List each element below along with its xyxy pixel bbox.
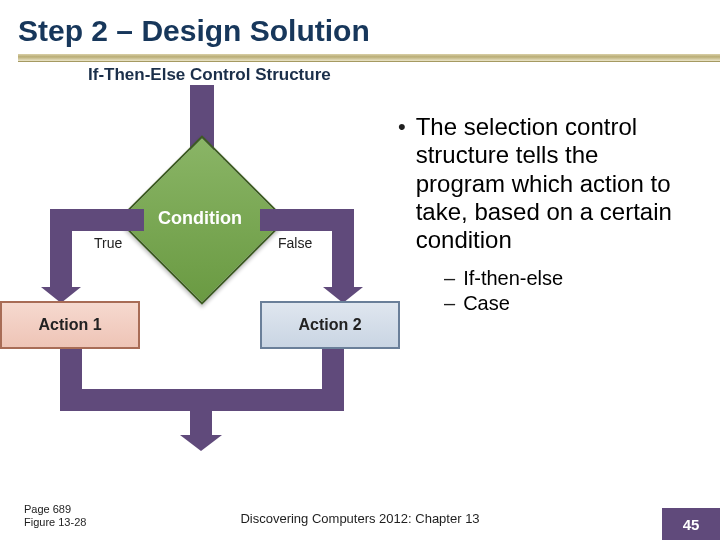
slide-title: Step 2 – Design Solution — [0, 0, 720, 54]
action1-box: Action 1 — [0, 301, 140, 349]
sub-item: – Case — [444, 292, 692, 315]
merge-horizontal-icon — [60, 389, 344, 411]
flowchart-diagram: If-Then-Else Control Structure Condition… — [10, 65, 390, 445]
main-bullet: • The selection control structure tells … — [398, 113, 692, 255]
title-underline — [18, 54, 720, 62]
sub-item: – If-then-else — [444, 267, 692, 290]
diagram-heading: If-Then-Else Control Structure — [88, 65, 331, 85]
footer-center-text: Discovering Computers 2012: Chapter 13 — [0, 511, 720, 526]
text-column: • The selection control structure tells … — [390, 65, 720, 492]
arrow-out-icon — [190, 409, 212, 435]
sub-item-text: Case — [463, 292, 510, 315]
main-bullet-text: The selection control structure tells th… — [416, 113, 692, 255]
footer: Page 689 Figure 13-28 Discovering Comput… — [0, 492, 720, 540]
true-label: True — [94, 235, 122, 251]
condition-label: Condition — [158, 208, 242, 229]
branch-left-icon — [50, 209, 144, 231]
merge-left-icon — [60, 349, 82, 393]
dash-icon: – — [444, 292, 455, 315]
merge-right-icon — [322, 349, 344, 393]
sub-item-text: If-then-else — [463, 267, 563, 290]
bullet-dot-icon: • — [398, 113, 406, 255]
content-area: If-Then-Else Control Structure Condition… — [0, 65, 720, 492]
sub-list: – If-then-else – Case — [444, 267, 692, 315]
branch-right-icon — [260, 209, 354, 231]
action2-box: Action 2 — [260, 301, 400, 349]
slide-number: 45 — [662, 508, 720, 540]
diagram-column: If-Then-Else Control Structure Condition… — [0, 65, 390, 492]
dash-icon: – — [444, 267, 455, 290]
false-label: False — [278, 235, 312, 251]
